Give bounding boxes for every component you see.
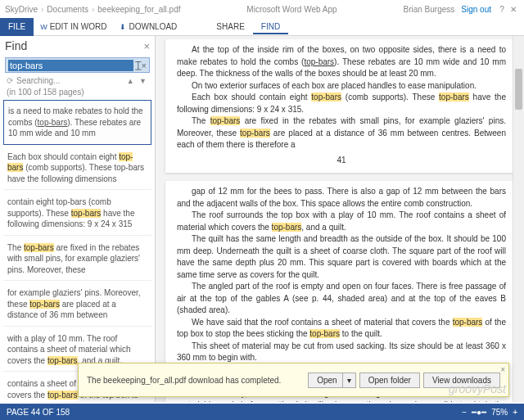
- download-button[interactable]: ⬇DOWNLOAD: [113, 22, 183, 31]
- view-downloads-button[interactable]: View downloads: [423, 373, 500, 388]
- user-name: Brian Burgess: [403, 5, 454, 14]
- scroll-thumb[interactable]: [515, 69, 522, 110]
- app-name: Microsoft Word Web App: [180, 5, 403, 14]
- breadcrumb-root[interactable]: SkyDrive: [5, 5, 38, 14]
- help-icon[interactable]: ?: [496, 5, 508, 14]
- find-pane: Find × ⌶ × ⟳ Searching... ▲ ▼ (in 100 of…: [0, 36, 156, 402]
- status-bar: PAGE 44 OF 158 − ━●━ 75% +: [0, 404, 524, 420]
- search-result[interactable]: The top-bars are fixed in the rebates wi…: [3, 237, 151, 282]
- search-count: (in 100 of 158 pages): [0, 87, 155, 100]
- search-result[interactable]: is a need to make rebates to hold the co…: [3, 100, 151, 145]
- clear-search-icon[interactable]: ×: [142, 61, 147, 70]
- search-result[interactable]: contain eight top-bars (comb supports). …: [3, 192, 151, 236]
- page: At the top of the inside rim of the boxe…: [165, 39, 517, 173]
- scrollbar[interactable]: [513, 36, 524, 402]
- page-indicator: PAGE 44 OF 158: [7, 408, 70, 417]
- zoom-slider[interactable]: ━●━: [472, 408, 486, 417]
- edit-in-word-button[interactable]: WEDIT IN WORD: [34, 22, 113, 31]
- close-find-icon[interactable]: ×: [143, 40, 150, 52]
- open-button[interactable]: Open: [308, 373, 346, 388]
- spinner-icon: ⟳: [7, 76, 13, 85]
- search-result[interactable]: Each box should contain eight top-bars (…: [3, 147, 151, 191]
- close-icon[interactable]: ✕: [508, 5, 519, 14]
- breadcrumb-folder[interactable]: Documents: [47, 5, 88, 14]
- breadcrumb-file: beekeeping_for_all.pdf: [97, 5, 180, 14]
- document-area: At the top of the inside rim of the boxe…: [156, 36, 524, 402]
- download-notification: × The beekeeping_for_all.pdf download ha…: [78, 363, 509, 397]
- find-tab[interactable]: FIND: [253, 19, 288, 34]
- search-box[interactable]: ⌶ ×: [5, 57, 150, 73]
- text-cursor-icon: ⌶: [135, 59, 142, 71]
- open-folder-button[interactable]: Open folder: [359, 373, 420, 388]
- result-nav[interactable]: ▲ ▼: [127, 77, 148, 85]
- close-notification-icon[interactable]: ×: [500, 365, 505, 374]
- download-message: The beekeeping_for_all.pdf download has …: [87, 376, 305, 385]
- open-dropdown[interactable]: ▾: [342, 373, 356, 388]
- word-icon: W: [40, 23, 47, 31]
- share-tab[interactable]: SHARE: [208, 19, 252, 34]
- zoom-out-icon[interactable]: −: [462, 408, 467, 417]
- results-list: is a need to make rebates to hold the co…: [0, 100, 155, 402]
- search-input[interactable]: [8, 60, 133, 71]
- find-title: Find: [5, 39, 27, 52]
- search-status: Searching...: [16, 76, 60, 85]
- zoom-level: 75%: [491, 408, 508, 417]
- download-icon: ⬇: [120, 23, 126, 31]
- title-bar: SkyDrive › Documents › beekeeping_for_al…: [0, 0, 524, 18]
- zoom-in-icon[interactable]: +: [513, 408, 517, 417]
- ribbon: FILE WEDIT IN WORD ⬇DOWNLOAD SHARE FIND: [0, 18, 524, 36]
- search-result[interactable]: for example glaziers' pins. Moreover, th…: [3, 282, 151, 327]
- sign-out-link[interactable]: Sign out: [461, 5, 491, 14]
- file-tab[interactable]: FILE: [0, 18, 34, 36]
